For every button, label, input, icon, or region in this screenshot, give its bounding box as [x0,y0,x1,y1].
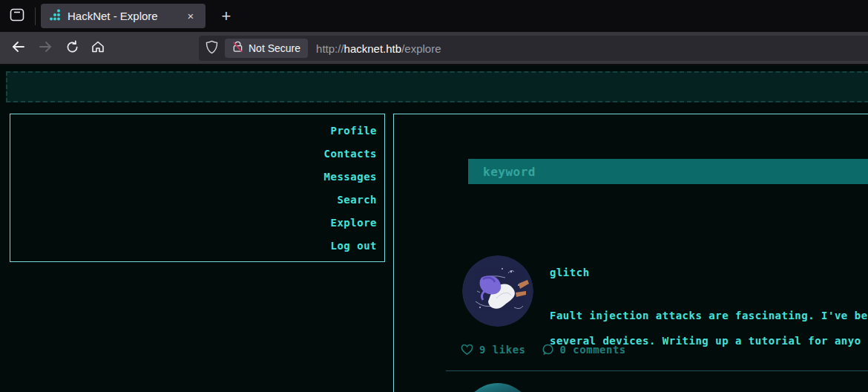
page-header-bar [6,71,868,102]
reload-icon [65,40,79,57]
navigation-toolbar: Not Secure http://hacknet.htb/explore [0,32,868,65]
tab-bar: HackNet - Explore × + [0,0,868,32]
home-button[interactable] [87,37,109,59]
main-nav: Profile Contacts Messages Search Explore… [10,114,385,262]
url-scheme: http:// [316,42,344,55]
nav-item-profile[interactable]: Profile [330,120,377,143]
hacknet-favicon [48,8,62,24]
insecure-lock-icon [232,41,243,56]
comment-count: 0 comments [560,344,626,356]
post-username[interactable]: glitch [550,267,590,278]
keyword-search-input[interactable] [468,159,868,184]
url-text: http://hacknet.htb/explore [316,42,441,55]
not-secure-badge[interactable]: Not Secure [225,39,308,58]
comment-bubble-icon[interactable] [542,344,554,356]
reload-button[interactable] [61,37,83,59]
shield-icon [206,40,218,57]
tab-close-icon[interactable]: × [183,9,198,24]
home-icon [91,39,105,57]
post-meta-row: 9 likes 0 comments [461,342,626,358]
firefox-view-icon [9,7,25,26]
nav-item-contacts[interactable]: Contacts [324,143,377,166]
nav-item-search[interactable]: Search [337,189,377,212]
like-heart-icon[interactable] [461,344,473,356]
post-avatar[interactable] [462,383,533,392]
new-tab-button[interactable]: + [216,6,237,27]
page-content: Profile Contacts Messages Search Explore… [0,65,868,392]
back-arrow-icon [11,39,26,57]
nav-item-logout[interactable]: Log out [330,235,377,258]
nav-item-explore[interactable]: Explore [330,212,377,235]
post-text-line1: Fault injection attacks are fascinating.… [550,310,868,321]
nav-item-messages[interactable]: Messages [324,166,377,189]
url-host: hacknet.htb [344,42,402,55]
tab-title: HackNet - Explore [68,10,177,22]
firefox-view-button[interactable] [4,4,30,28]
page-viewport: Profile Contacts Messages Search Explore… [0,65,868,392]
post-separator [446,370,868,371]
browser-tab[interactable]: HackNet - Explore × [41,4,206,28]
security-badge-label: Not Secure [249,42,300,54]
back-button[interactable] [7,37,30,59]
content-panel: glitch Fault injection attacks are fasci… [393,114,868,392]
browser-window: HackNet - Explore × + [0,0,868,392]
url-path: /explore [401,42,441,55]
like-count: 9 likes [479,344,526,356]
url-bar[interactable]: Not Secure http://hacknet.htb/explore [199,36,868,61]
forward-button[interactable] [34,37,56,59]
post-avatar[interactable] [462,255,533,327]
forward-arrow-icon [38,39,53,57]
tab-separator [35,7,36,25]
